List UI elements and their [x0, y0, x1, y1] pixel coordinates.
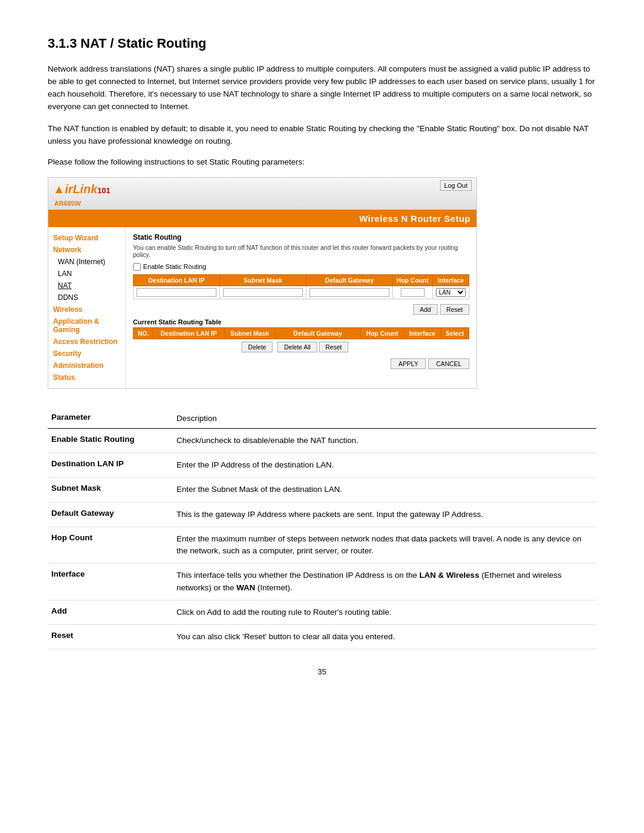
reset-button[interactable]: Reset	[440, 304, 469, 315]
logout-button[interactable]: Log Out	[440, 180, 472, 191]
router-logo-area: ▲irLink101 AR685W	[53, 180, 110, 209]
enable-static-routing-row: Enable Static Routing	[133, 263, 469, 271]
router-title-bar: Wireless N Router Setup	[48, 210, 476, 227]
cur-col-select: Select	[441, 327, 469, 339]
col-hop-count: Hop Count	[392, 274, 432, 286]
delete-button[interactable]: Delete	[242, 342, 273, 352]
add-routing-row: LAN WAN	[134, 286, 469, 299]
current-routing-table: NO. Destination LAN IP Subnet Mask Defau…	[133, 327, 469, 355]
sidebar: Setup Wizard Network WAN (Internet) LAN …	[48, 227, 126, 388]
cur-col-default-gw: Default Gateway	[275, 327, 360, 339]
cur-col-no: NO.	[134, 327, 153, 339]
page-title: 3.1.3 NAT / Static Routing	[48, 36, 596, 51]
param-row-add: Add Click on Add to add the routing rule…	[48, 600, 596, 624]
cur-col-hop-count: Hop Count	[360, 327, 404, 339]
cur-col-interface: Interface	[404, 327, 441, 339]
section-desc: You can enable Static Routing to turn of…	[133, 244, 469, 258]
param-label-dest: Destination LAN IP	[48, 453, 173, 478]
sidebar-item-wan[interactable]: WAN (Internet)	[48, 256, 125, 268]
sidebar-item-wireless[interactable]: Wireless	[48, 304, 125, 315]
cur-col-subnet-mask: Subnet Mask	[224, 327, 275, 339]
param-header-row: Parameter Description	[48, 407, 596, 429]
intro-paragraph-2: The NAT function is enabled by default; …	[48, 123, 596, 148]
add-button[interactable]: Add	[413, 304, 438, 315]
col-subnet-mask: Subnet Mask	[219, 274, 306, 286]
hop-count-input[interactable]	[401, 288, 425, 297]
dest-lan-ip-input[interactable]	[137, 288, 216, 297]
param-row-subnet-mask: Subnet Mask Enter the Subnet Mask of the…	[48, 478, 596, 502]
sidebar-item-network[interactable]: Network	[48, 244, 125, 256]
desc-col-header: Description	[173, 407, 596, 429]
col-dest-lan-ip: Destination LAN IP	[134, 274, 220, 286]
param-desc-enable: Check/uncheck to disable/enable the NAT …	[173, 428, 596, 453]
section-title: Static Routing	[133, 233, 469, 241]
param-label-enable: Enable Static Routing	[48, 428, 173, 453]
sidebar-item-security[interactable]: Security	[48, 348, 125, 360]
router-ui-screenshot: ▲irLink101 AR685W Log Out Wireless N Rou…	[48, 177, 477, 389]
param-label-hop: Hop Count	[48, 527, 173, 563]
sidebar-item-access-restriction[interactable]: Access Restriction	[48, 336, 125, 348]
default-gw-input[interactable]	[309, 288, 389, 297]
cur-col-dest-lan-ip: Destination LAN IP	[153, 327, 224, 339]
apply-cancel-row: APPLY CANCEL	[133, 358, 469, 369]
add-routing-table-container: Destination LAN IP Subnet Mask Default G…	[133, 274, 469, 299]
param-desc-reset: You can also click 'Reset' button to cle…	[173, 625, 596, 649]
apply-button[interactable]: APPLY	[391, 358, 426, 369]
sidebar-item-administration[interactable]: Administration	[48, 360, 125, 371]
current-routing-empty-row: Delete Delete All Reset	[134, 339, 469, 355]
router-header: ▲irLink101 AR685W Log Out	[48, 178, 476, 210]
sidebar-item-ddns[interactable]: DDNS	[48, 292, 125, 304]
param-label-gw: Default Gateway	[48, 502, 173, 527]
router-model: AR685W	[53, 199, 110, 209]
sidebar-item-setup-wizard[interactable]: Setup Wizard	[48, 232, 125, 244]
sidebar-item-nat[interactable]: NAT	[48, 280, 125, 292]
cancel-button[interactable]: CANCEL	[428, 358, 469, 369]
sidebar-item-status[interactable]: Status	[48, 371, 125, 383]
enable-static-routing-checkbox[interactable]	[133, 263, 141, 271]
param-row-hop-count: Hop Count Enter the maximum number of st…	[48, 527, 596, 563]
param-label-add: Add	[48, 600, 173, 624]
add-reset-row: Add Reset	[133, 304, 469, 315]
param-row-reset: Reset You can also click 'Reset' button …	[48, 625, 596, 649]
sidebar-item-app-gaming[interactable]: Application & Gaming	[48, 315, 125, 336]
param-row-default-gw: Default Gateway This is the gateway IP A…	[48, 502, 596, 527]
intro-paragraph-1: Network address translations (NAT) share…	[48, 63, 596, 113]
param-desc-dest: Enter the IP Address of the destination …	[173, 453, 596, 478]
delete-all-button[interactable]: Delete All	[277, 342, 317, 352]
router-body: Setup Wizard Network WAN (Internet) LAN …	[48, 227, 476, 388]
param-row-interface: Interface This interface tells you wheth…	[48, 563, 596, 600]
parameter-table: Parameter Description Enable Static Rout…	[48, 407, 596, 650]
param-desc-interface: This interface tells you whether the Des…	[173, 563, 596, 600]
sidebar-item-lan[interactable]: LAN	[48, 268, 125, 280]
logo-num: 101	[97, 186, 110, 195]
subnet-mask-input[interactable]	[223, 288, 302, 297]
logo-airlink: ▲irLink	[53, 182, 97, 196]
param-label-subnet: Subnet Mask	[48, 478, 173, 502]
col-interface: Interface	[432, 274, 469, 286]
col-default-gw: Default Gateway	[306, 274, 392, 286]
param-col-header: Parameter	[48, 407, 173, 429]
param-row-enable-static-routing: Enable Static Routing Check/uncheck to d…	[48, 428, 596, 453]
param-desc-subnet: Enter the Subnet Mask of the destination…	[173, 478, 596, 502]
interface-select[interactable]: LAN WAN	[436, 288, 466, 297]
param-desc-add: Click on Add to add the routing rule to …	[173, 600, 596, 624]
instructions-line: Please follow the following instructions…	[48, 157, 596, 166]
param-label-interface: Interface	[48, 563, 173, 600]
add-routing-table: Destination LAN IP Subnet Mask Default G…	[133, 274, 469, 299]
param-desc-gw: This is the gateway IP Address where pac…	[173, 502, 596, 527]
param-row-dest-lan-ip: Destination LAN IP Enter the IP Address …	[48, 453, 596, 478]
param-desc-hop: Enter the maximum number of steps betwee…	[173, 527, 596, 563]
enable-static-routing-label: Enable Static Routing	[143, 263, 206, 270]
main-content: Static Routing You can enable Static Rou…	[126, 227, 476, 388]
reset2-button[interactable]: Reset	[319, 342, 348, 352]
param-label-reset: Reset	[48, 625, 173, 649]
current-table-label: Current Static Routing Table	[133, 318, 469, 326]
page-number: 35	[48, 667, 596, 676]
